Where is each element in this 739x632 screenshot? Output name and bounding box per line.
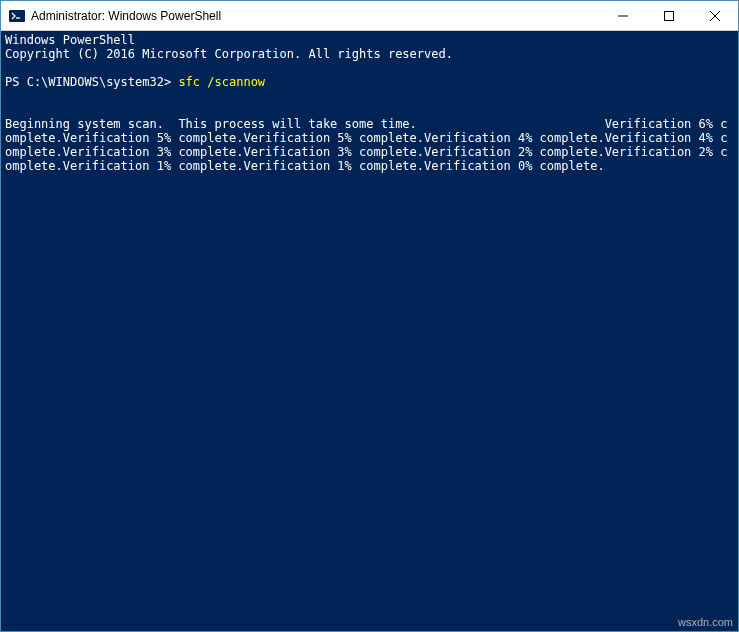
powershell-icon: [9, 8, 25, 24]
titlebar[interactable]: Administrator: Windows PowerShell: [1, 1, 738, 31]
ps-command: sfc /scannow: [178, 75, 265, 89]
svg-rect-1: [665, 11, 674, 20]
watermark-text: wsxdn.com: [678, 616, 733, 628]
ps-prompt: PS C:\WINDOWS\system32>: [5, 75, 178, 89]
window-title: Administrator: Windows PowerShell: [31, 9, 600, 23]
close-button[interactable]: [692, 1, 738, 30]
powershell-window: Administrator: Windows PowerShell Window…: [0, 0, 739, 632]
minimize-button[interactable]: [600, 1, 646, 30]
scan-output: Beginning system scan. This process will…: [5, 117, 727, 173]
console-header-line1: Windows PowerShell: [5, 33, 135, 47]
svg-rect-0: [9, 10, 25, 22]
window-controls: [600, 1, 738, 30]
console-header-line2: Copyright (C) 2016 Microsoft Corporation…: [5, 47, 453, 61]
maximize-button[interactable]: [646, 1, 692, 30]
console-output[interactable]: Windows PowerShell Copyright (C) 2016 Mi…: [1, 31, 738, 631]
